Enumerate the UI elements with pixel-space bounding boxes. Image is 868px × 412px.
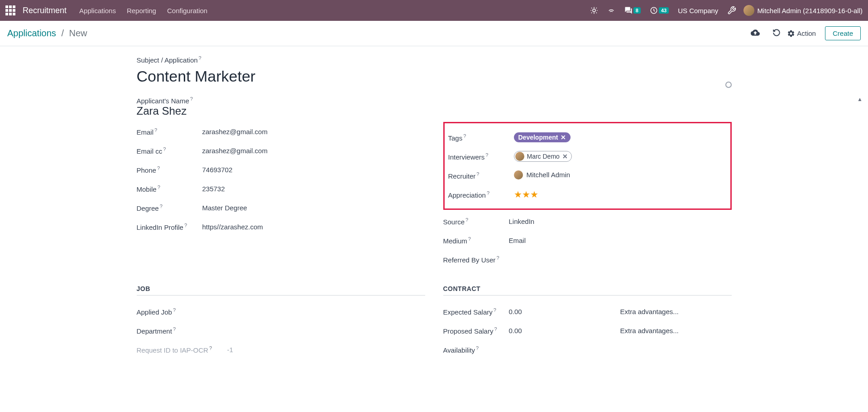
apps-menu-icon[interactable] xyxy=(5,5,15,15)
remove-tag-icon[interactable]: ✕ xyxy=(561,134,566,141)
breadcrumb-root[interactable]: Applications xyxy=(7,28,56,38)
help-icon[interactable]: ? xyxy=(463,133,466,139)
availability-label: Availability? xyxy=(443,345,509,354)
help-icon[interactable]: ? xyxy=(173,307,176,313)
activities-icon[interactable]: 43 xyxy=(650,6,669,15)
interviewers-value[interactable]: Marc Demo✕ xyxy=(514,151,727,162)
left-column: Email?zarashez@gmail.com Email cc?zarash… xyxy=(137,122,425,269)
expected-salary-label: Expected Salary? xyxy=(443,307,509,316)
create-button[interactable]: Create xyxy=(825,26,861,40)
subject-value[interactable]: Content Marketer xyxy=(137,68,732,85)
nav-applications[interactable]: Applications xyxy=(79,7,116,15)
applied-job-label: Applied Job? xyxy=(137,307,202,316)
action-menu[interactable]: Action xyxy=(787,29,816,38)
help-icon[interactable]: ? xyxy=(496,255,499,261)
svg-point-0 xyxy=(593,9,595,12)
breadcrumb-current: New xyxy=(69,28,87,38)
avatar-icon xyxy=(515,152,524,161)
help-icon[interactable]: ? xyxy=(476,345,479,351)
help-icon[interactable]: ? xyxy=(158,184,160,190)
help-icon[interactable]: ? xyxy=(494,326,497,332)
bug-icon[interactable] xyxy=(590,6,598,15)
tools-icon[interactable] xyxy=(727,6,736,15)
linkedin-value[interactable]: https//zarashez.com xyxy=(202,223,425,231)
help-icon[interactable]: ? xyxy=(160,204,163,209)
interviewers-label: Interviewers? xyxy=(448,152,514,161)
avatar-icon xyxy=(514,170,523,179)
cloud-upload-icon[interactable] xyxy=(751,28,760,39)
recruiter-label: Recruiter? xyxy=(448,171,514,180)
tag-pill[interactable]: Development✕ xyxy=(514,132,571,142)
star-icon[interactable]: ★ xyxy=(522,189,530,199)
appreciation-stars[interactable]: ★★★ xyxy=(514,189,727,200)
mobile-value[interactable]: 235732 xyxy=(202,185,425,193)
wifi-icon[interactable] xyxy=(607,6,615,15)
breadcrumb: Applications / New xyxy=(7,28,87,39)
star-icon[interactable]: ★ xyxy=(530,189,538,199)
recruiter-value[interactable]: Mitchell Admin xyxy=(514,170,727,181)
linkedin-label: LinkedIn Profile? xyxy=(137,223,202,231)
proposed-salary-extra[interactable]: Extra advantages... xyxy=(620,327,732,334)
expected-salary-extra[interactable]: Extra advantages... xyxy=(620,308,732,315)
appreciation-label: Appreciation? xyxy=(448,190,514,199)
request-id-label: Request ID to IAP-OCR? xyxy=(137,345,227,354)
degree-value[interactable]: Master Degree xyxy=(202,204,425,212)
mobile-label: Mobile? xyxy=(137,184,202,193)
contract-section-header: CONTRACT xyxy=(443,285,732,296)
tags-value[interactable]: Development✕ xyxy=(514,132,727,142)
help-icon[interactable]: ? xyxy=(154,127,157,133)
phone-label: Phone? xyxy=(137,165,202,174)
help-icon[interactable]: ? xyxy=(157,165,160,171)
remove-user-icon[interactable]: ✕ xyxy=(562,153,568,160)
help-icon[interactable]: ? xyxy=(487,190,489,196)
help-icon[interactable]: ? xyxy=(468,236,471,242)
request-id-value[interactable]: -1 xyxy=(227,346,425,354)
messages-icon[interactable]: 8 xyxy=(624,6,641,15)
kanban-state-icon[interactable] xyxy=(725,82,732,88)
help-icon[interactable]: ? xyxy=(485,152,488,158)
name-value[interactable]: Zara Shez xyxy=(137,105,732,117)
proposed-salary-value[interactable]: 0.00 xyxy=(509,327,620,334)
email-label: Email? xyxy=(137,127,202,136)
company-selector[interactable]: US Company xyxy=(678,7,718,15)
help-icon[interactable]: ? xyxy=(173,326,176,332)
phone-value[interactable]: 74693702 xyxy=(202,166,425,174)
medium-value[interactable]: Email xyxy=(509,237,732,244)
help-icon[interactable]: ? xyxy=(476,171,479,177)
user-pill[interactable]: Marc Demo✕ xyxy=(514,151,572,162)
right-column: Tags?Development✕ Interviewers?Marc Demo… xyxy=(443,122,732,269)
help-icon[interactable]: ? xyxy=(465,217,468,223)
help-icon[interactable]: ? xyxy=(184,223,187,228)
job-section-header: JOB xyxy=(137,285,425,296)
subject-label: Subject / Application? xyxy=(137,55,732,64)
messages-badge: 8 xyxy=(633,7,641,14)
activities-badge: 43 xyxy=(659,7,669,14)
help-icon[interactable]: ? xyxy=(209,345,212,351)
user-name[interactable]: Mitchell Admin (21418909-16-0-all) xyxy=(757,7,863,15)
star-icon[interactable]: ★ xyxy=(514,189,522,199)
app-title[interactable]: Recruitment xyxy=(23,6,67,15)
degree-label: Degree? xyxy=(137,204,202,212)
source-value[interactable]: LinkedIn xyxy=(509,218,732,225)
source-label: Source? xyxy=(443,217,509,226)
tags-label: Tags? xyxy=(448,133,514,142)
help-icon[interactable]: ? xyxy=(199,55,201,61)
highlight-box: Tags?Development✕ Interviewers?Marc Demo… xyxy=(443,122,732,210)
help-icon[interactable]: ? xyxy=(494,307,496,313)
form-sheet: Subject / Application? Content Marketer … xyxy=(120,55,749,359)
scroll-up-icon[interactable]: ▲ xyxy=(857,96,863,102)
proposed-salary-label: Proposed Salary? xyxy=(443,326,509,335)
discard-icon[interactable] xyxy=(772,29,781,38)
control-panel: Applications / New Action Create xyxy=(0,21,868,46)
nav-reporting[interactable]: Reporting xyxy=(127,7,156,15)
help-icon[interactable]: ? xyxy=(163,146,166,152)
nav-configuration[interactable]: Configuration xyxy=(167,7,207,15)
email-value[interactable]: zarashez@gmail.com xyxy=(202,128,425,136)
topbar: Recruitment Applications Reporting Confi… xyxy=(0,0,868,21)
medium-label: Medium? xyxy=(443,236,509,245)
expected-salary-value[interactable]: 0.00 xyxy=(509,308,620,315)
user-avatar[interactable] xyxy=(743,5,754,16)
email-cc-value[interactable]: zarashez@gmail.com xyxy=(202,147,425,155)
name-label: Applicant's Name? xyxy=(137,96,732,105)
help-icon[interactable]: ? xyxy=(190,96,193,102)
